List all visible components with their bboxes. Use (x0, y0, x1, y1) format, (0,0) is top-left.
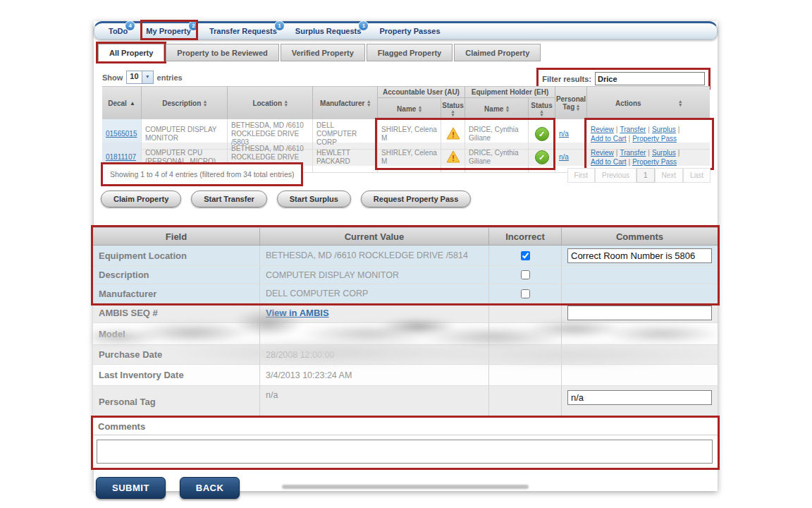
entries-label: entries (157, 73, 183, 82)
page-size-select[interactable]: 10 ▼ (126, 71, 153, 84)
sort-icon (679, 99, 682, 107)
surplus-link[interactable]: Surplus (652, 149, 676, 157)
add-to-cart-link[interactable]: Add to Cart (591, 135, 627, 143)
form-row-ambis-seq: AMBIS SEQ # View in AMBIS (93, 303, 718, 323)
claim-property-button[interactable]: Claim Property (101, 190, 181, 207)
annotation-box-form-top: Field Current Value Incorrect Comments E… (93, 227, 718, 303)
group-header-accountable-user: Accountable User (AU) (377, 87, 465, 98)
form-row-manufacturer: Manufacturer DELL COMPUTER CORP (93, 284, 718, 303)
column-header-au-name[interactable]: Name (377, 98, 441, 119)
subtab-all-property[interactable]: All Property (98, 44, 164, 61)
form-row-purchase-date: Purchase Date 28/2008 12:00:00 (93, 345, 718, 365)
dropdown-arrow-icon: ▼ (142, 71, 153, 83)
form-header-comments: Comments (562, 228, 718, 245)
bulk-action-buttons: Claim Property Start Transfer Start Surp… (101, 190, 471, 207)
tab-my-property[interactable]: My Property 2 (146, 27, 191, 35)
comment-input[interactable] (567, 306, 712, 320)
tab-todo[interactable]: ToDo 4 (109, 27, 128, 35)
pagination-page-1-button[interactable]: 1 (636, 168, 655, 183)
comments-section: Comments (93, 418, 718, 468)
column-header-personal-tag[interactable]: Personal Tag (555, 87, 586, 119)
sort-icon (506, 105, 509, 112)
sort-icon (577, 104, 579, 111)
review-link[interactable]: Review (591, 149, 614, 157)
form-row-personal-tag: Personal Tag n/a (93, 386, 718, 418)
tab-surplus-requests-label: Surplus Requests (295, 27, 362, 35)
table-footer: Showing 1 to 4 of 4 entries (filtered fr… (101, 162, 710, 186)
comment-input[interactable] (567, 248, 712, 263)
form-row-description: Description COMPUTER DISPLAY MONITOR (93, 266, 718, 284)
surplus-link[interactable]: Surplus (652, 126, 676, 134)
decal-link[interactable]: 01811107 (106, 153, 136, 162)
subtab-verified-property[interactable]: Verified Property (281, 44, 365, 61)
incorrect-checkbox[interactable] (521, 251, 530, 260)
transfer-link[interactable]: Transfer (620, 149, 646, 157)
column-header-au-status[interactable]: Status (441, 98, 465, 119)
pagination-next-button[interactable]: Next (655, 168, 684, 183)
column-header-eh-status[interactable]: Status (528, 98, 555, 119)
main-nav-bar: ToDo 4 My Property 2 Transfer Requests 1… (94, 21, 718, 40)
submit-button[interactable]: SUBMIT (96, 477, 166, 499)
request-property-pass-button[interactable]: Request Property Pass (361, 190, 471, 207)
sort-icon (452, 109, 455, 116)
tab-transfer-requests-label: Transfer Requests (209, 27, 277, 35)
page-size-value: 10 (127, 71, 141, 83)
svg-text:!: ! (452, 130, 455, 138)
transfer-link[interactable]: Transfer (620, 126, 646, 134)
form-header-current-value: Current Value (260, 228, 489, 245)
group-header-equipment-holder: Equipment Holder (EH) (465, 87, 555, 98)
property-subtabs: All Property Property to be Reviewed Ver… (98, 44, 542, 61)
table-row: 01565015 COMPUTER DISPLAY MONITOR BETHES… (102, 119, 710, 143)
subtab-flagged-property[interactable]: Flagged Property (367, 44, 453, 61)
form-row-equipment-location: Equipment Location BETHESDA, MD /6610 RO… (93, 246, 718, 266)
view-in-ambis-link[interactable]: View in AMBIS (266, 308, 329, 318)
form-header-incorrect: Incorrect (489, 228, 562, 245)
form-row-last-inventory-date: Last Inventory Date 3/4/2013 10:23:24 AM (93, 365, 718, 386)
todo-count-badge: 4 (125, 20, 135, 31)
property-app-page: ToDo 4 My Property 2 Transfer Requests 1… (94, 21, 718, 491)
review-link[interactable]: Review (591, 126, 614, 134)
comment-input[interactable] (567, 390, 712, 405)
filter-input[interactable] (595, 72, 705, 85)
column-header-location[interactable]: Location (227, 87, 312, 119)
horizontal-scrollbar[interactable] (282, 485, 529, 489)
sort-icon (419, 105, 422, 112)
sort-icon (367, 99, 370, 107)
column-header-eh-name[interactable]: Name (465, 98, 528, 119)
sort-icon (285, 99, 288, 107)
pagination-first-button[interactable]: First (567, 168, 595, 183)
transfer-requests-count-badge: 1 (274, 20, 285, 31)
show-label: Show (102, 73, 123, 82)
filter-label: Filter results: (542, 75, 591, 83)
surplus-requests-count-badge: 1 (358, 20, 369, 31)
decal-link[interactable]: 01565015 (106, 130, 137, 138)
page-size-control: Show 10 ▼ entries (102, 68, 183, 84)
tab-transfer-requests[interactable]: Transfer Requests 1 (209, 27, 277, 35)
property-table: Decal Description Location Manufacturer … (102, 86, 710, 166)
pagination-last-button[interactable]: Last (683, 168, 710, 183)
property-review-form: Field Current Value Incorrect Comments E… (93, 227, 718, 499)
personal-tag-link[interactable]: n/a (559, 130, 569, 138)
back-button[interactable]: BACK (180, 477, 240, 499)
start-transfer-button[interactable]: Start Transfer (191, 190, 267, 207)
start-surplus-button[interactable]: Start Surplus (277, 190, 351, 207)
incorrect-checkbox[interactable] (521, 270, 530, 279)
sort-icon (541, 109, 543, 116)
column-header-decal[interactable]: Decal (102, 87, 141, 119)
tab-surplus-requests[interactable]: Surplus Requests 1 (295, 27, 362, 35)
incorrect-checkbox[interactable] (521, 289, 530, 298)
pagination-previous-button[interactable]: Previous (595, 168, 636, 183)
personal-tag-link[interactable]: n/a (559, 153, 569, 162)
form-row-model: Model (93, 323, 718, 345)
comments-label: Comments (93, 418, 718, 435)
subtab-claimed-property[interactable]: Claimed Property (454, 44, 541, 61)
my-property-count-badge: 2 (188, 20, 199, 31)
property-pass-link[interactable]: Property Pass (632, 135, 677, 143)
column-header-actions[interactable]: Actions (586, 87, 710, 119)
pagination: First Previous 1 Next Last (567, 168, 710, 183)
column-header-description[interactable]: Description (141, 87, 227, 119)
subtab-property-to-be-reviewed[interactable]: Property to be Reviewed (166, 44, 278, 61)
column-header-manufacturer[interactable]: Manufacturer (312, 87, 377, 119)
comments-textarea[interactable] (97, 440, 713, 464)
tab-property-passes[interactable]: Property Passes (379, 27, 440, 35)
